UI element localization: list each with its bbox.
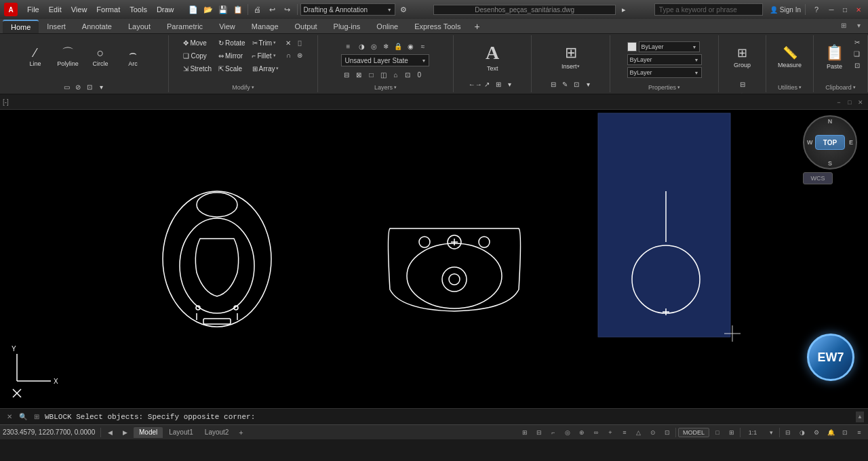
panel-close[interactable]: ✕ bbox=[856, 98, 865, 107]
tab-home[interactable]: Home bbox=[3, 20, 39, 33]
array-button[interactable]: ⊞ Array ▾ bbox=[250, 62, 282, 75]
color-dropdown[interactable]: ByLayer ▼ bbox=[639, 41, 700, 52]
prev-viewport[interactable]: ◀ bbox=[104, 427, 116, 438]
layer-state-dropdown[interactable]: Unsaved Layer State ▼ bbox=[341, 54, 429, 66]
layer-col2[interactable]: ⊠ bbox=[353, 69, 364, 80]
title-menu-format[interactable]: Format bbox=[92, 4, 124, 15]
break-button[interactable]: ⌷ bbox=[294, 37, 305, 48]
join-button[interactable]: ∩ bbox=[283, 49, 294, 60]
group-edit-button[interactable]: ✎ bbox=[737, 90, 748, 95]
ann-scale[interactable]: ⊟ bbox=[782, 427, 794, 438]
selcyc-toggle[interactable]: ⊡ bbox=[661, 427, 673, 438]
title-menu-view[interactable]: View bbox=[67, 4, 92, 15]
cmd-close-btn[interactable]: ✕ bbox=[4, 412, 15, 422]
drawing-canvas[interactable]: Y X bbox=[0, 110, 868, 408]
panel-float[interactable]: □ bbox=[845, 98, 854, 107]
cust-btn[interactable]: ≡ bbox=[853, 427, 865, 438]
clipboard-caret[interactable]: ▾ bbox=[853, 85, 856, 90]
canvas-area[interactable]: [-] − □ ✕ bbox=[0, 95, 868, 408]
utilities-caret[interactable]: ▾ bbox=[799, 85, 802, 90]
layer-col3[interactable]: □ bbox=[366, 69, 376, 80]
erase-button[interactable]: ✕ bbox=[283, 37, 294, 48]
open-button[interactable]: 📂 bbox=[201, 3, 215, 16]
modify-caret[interactable]: ▾ bbox=[252, 85, 254, 90]
tab-online[interactable]: Online bbox=[368, 20, 406, 33]
title-menu-edit[interactable]: Edit bbox=[45, 4, 66, 15]
group-button[interactable]: ⊞ Group bbox=[727, 37, 758, 77]
workspace-dropdown[interactable]: Drafting & Annotation ▼ bbox=[300, 3, 395, 16]
workspace-settings[interactable]: ⚙ bbox=[397, 3, 410, 16]
tab-plus[interactable]: + bbox=[469, 20, 485, 33]
insert-button[interactable]: ⊞ Insert ▾ bbox=[555, 37, 587, 77]
redo-button[interactable]: ↪ bbox=[281, 3, 294, 16]
paste-spec-button[interactable]: ⊡ bbox=[852, 60, 863, 71]
workspaces-btn[interactable]: ⚙ bbox=[810, 427, 823, 438]
search-field[interactable]: Type a keyword or phrase bbox=[654, 3, 763, 16]
vp2-button[interactable]: ⊞ bbox=[726, 427, 738, 438]
tab-model[interactable]: Model bbox=[134, 427, 163, 438]
cmd-search-btn[interactable]: 🔍 bbox=[18, 412, 28, 422]
cube-top-face[interactable]: TOP bbox=[815, 135, 845, 150]
panel-restore[interactable]: − bbox=[834, 98, 844, 107]
region-button[interactable]: ⊡ bbox=[84, 81, 95, 92]
cleanscreen[interactable]: ⊡ bbox=[839, 427, 851, 438]
tab-express[interactable]: Express Tools bbox=[406, 20, 469, 33]
block-down[interactable]: ▾ bbox=[583, 79, 593, 89]
layer-unisolate-button[interactable]: ◉ bbox=[405, 41, 416, 52]
block-attr[interactable]: ⊡ bbox=[571, 79, 582, 89]
layer-freeze-button[interactable]: ❄ bbox=[380, 41, 391, 52]
grid-toggle[interactable]: ⊟ bbox=[533, 427, 545, 438]
layer-col4[interactable]: ◫ bbox=[378, 69, 389, 80]
minimize-button[interactable]: ─ bbox=[826, 4, 837, 15]
title-arrow[interactable]: ▸ bbox=[617, 3, 631, 16]
layer-off-button[interactable]: ◑ bbox=[356, 41, 367, 52]
osnap-toggle[interactable]: ⊕ bbox=[576, 427, 588, 438]
sign-in-button[interactable]: 👤 Sign In bbox=[770, 6, 801, 14]
tab-annotate[interactable]: Annotate bbox=[74, 20, 120, 33]
new-button[interactable]: 📄 bbox=[186, 3, 200, 16]
tab-parametric[interactable]: Parametric bbox=[159, 20, 211, 33]
dynin-toggle[interactable]: + bbox=[604, 427, 616, 438]
stretch-button[interactable]: ⇲ Stretch bbox=[180, 62, 214, 75]
view-cube[interactable]: N S E W TOP WCS bbox=[803, 115, 857, 197]
tab-plugins[interactable]: Plug-ins bbox=[326, 20, 369, 33]
close-button[interactable]: ✕ bbox=[853, 4, 864, 15]
circle-button[interactable]: ○ Circle bbox=[85, 37, 116, 77]
text-button[interactable]: A Text bbox=[477, 37, 508, 77]
layer-match-button[interactable]: ≈ bbox=[417, 41, 428, 52]
polar-toggle[interactable]: ◎ bbox=[561, 427, 574, 438]
ann-monitor[interactable]: 🔔 bbox=[825, 427, 837, 438]
title-menu-tools[interactable]: Tools bbox=[125, 4, 151, 15]
title-menu-draw[interactable]: Draw bbox=[153, 4, 178, 15]
tab-manage[interactable]: Manage bbox=[243, 20, 287, 33]
qprops-toggle[interactable]: ⊙ bbox=[647, 427, 659, 438]
layer-isolate-button[interactable]: ◎ bbox=[368, 41, 379, 52]
otrack-toggle[interactable]: ∞ bbox=[590, 427, 602, 438]
ungroup-button[interactable]: ⊟ bbox=[737, 79, 748, 89]
table-button[interactable]: ⊞ bbox=[493, 79, 504, 89]
title-menu-file[interactable]: File bbox=[23, 4, 43, 15]
cut-button[interactable]: ✂ bbox=[852, 37, 863, 47]
properties-caret[interactable]: ▾ bbox=[677, 85, 680, 90]
draw-down[interactable]: ▾ bbox=[96, 81, 106, 92]
next-viewport[interactable]: ▶ bbox=[119, 427, 131, 438]
polyline-button[interactable]: ⌒ Polyline bbox=[52, 37, 83, 77]
tab-output[interactable]: Output bbox=[287, 20, 326, 33]
hatch-button[interactable]: ⊘ bbox=[73, 81, 83, 92]
cmd-scroll-up[interactable]: ▲ bbox=[856, 412, 864, 422]
mirror-button[interactable]: ⇔ Mirror bbox=[216, 49, 248, 62]
scale-button[interactable]: ⇱ Scale bbox=[216, 62, 248, 75]
block-edit[interactable]: ✎ bbox=[559, 79, 570, 89]
tab-insert[interactable]: Insert bbox=[39, 20, 74, 33]
scale-display[interactable]: 1:1 bbox=[743, 427, 763, 438]
tpmode-toggle[interactable]: △ bbox=[633, 427, 645, 438]
ortho-toggle[interactable]: ⌐ bbox=[547, 427, 559, 438]
paste-button[interactable]: 📋 Paste bbox=[819, 37, 850, 77]
dim-button[interactable]: ←→ bbox=[470, 79, 481, 89]
undo-button[interactable]: ↩ bbox=[266, 3, 279, 16]
tab-layout[interactable]: Layout bbox=[120, 20, 159, 33]
layer-col6[interactable]: ⊡ bbox=[402, 69, 413, 80]
linetype-dropdown[interactable]: ByLayer ▼ bbox=[627, 54, 702, 65]
save-button[interactable]: 💾 bbox=[216, 3, 230, 16]
measure-button[interactable]: 📏 Measure bbox=[774, 37, 806, 77]
